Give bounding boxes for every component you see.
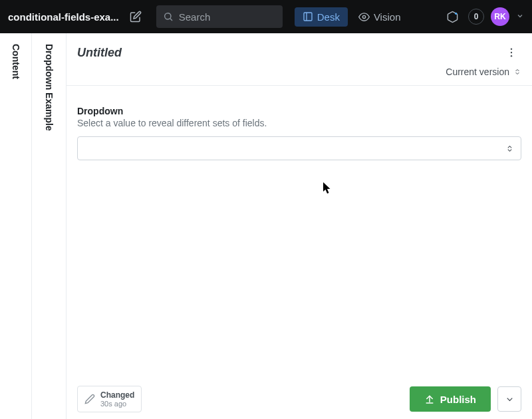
svg-point-5 [455, 12, 457, 14]
avatar[interactable]: RK [491, 7, 509, 26]
topbar: conditional-fields-exa... Desk Vision 0 … [0, 0, 532, 33]
package-icon [446, 11, 459, 23]
dropdown-field-description: Select a value to reveal different sets … [77, 118, 521, 128]
fields-area: Dropdown Select a value to reveal differ… [66, 86, 532, 180]
dropdown-field-label: Dropdown [77, 106, 521, 116]
publish-more-button[interactable] [497, 386, 521, 412]
main-pane: Untitled Current version Dropdown Select… [66, 33, 532, 419]
package-icon-button[interactable] [443, 7, 462, 26]
select-sort-icon [505, 144, 514, 153]
publish-button[interactable]: Publish [410, 386, 491, 412]
chevron-down-icon [505, 394, 515, 404]
kebab-icon [505, 47, 517, 59]
svg-point-0 [164, 13, 170, 19]
topbar-right: 0 RK [443, 7, 524, 26]
version-selector[interactable]: Current version [66, 63, 532, 86]
body: Content Dropdown Example Untitled Curren… [0, 33, 532, 419]
chevron-down-icon [516, 12, 524, 20]
document-menu-button[interactable] [501, 43, 521, 63]
nav-desk-label: Desk [317, 11, 340, 23]
svg-point-6 [511, 49, 512, 50]
document-header: Untitled [66, 33, 532, 63]
sort-icon [513, 68, 521, 76]
dropdown-field-input[interactable] [77, 136, 521, 160]
rail-document-type[interactable]: Dropdown Example [32, 33, 66, 419]
document-title: Untitled [77, 46, 122, 60]
changed-time: 30s ago [100, 400, 134, 408]
rail-document-type-label: Dropdown Example [44, 44, 55, 419]
rail-content-label: Content [11, 44, 21, 419]
changed-label: Changed [100, 390, 134, 400]
desk-icon [303, 11, 313, 22]
version-label: Current version [446, 67, 509, 77]
changed-status-chip[interactable]: Changed 30s ago [77, 386, 142, 412]
notification-badge[interactable]: 0 [468, 9, 484, 25]
workspace-title: conditional-fields-exa... [8, 11, 119, 23]
nav-desk[interactable]: Desk [295, 7, 348, 27]
svg-line-1 [170, 19, 172, 21]
publish-icon [424, 394, 435, 404]
search-icon [163, 11, 174, 22]
svg-rect-2 [304, 13, 312, 21]
search-input[interactable] [179, 11, 276, 23]
nav-vision-label: Vision [374, 11, 401, 23]
nav-group: Desk Vision [295, 7, 409, 27]
publish-button-label: Publish [440, 394, 476, 405]
nav-vision[interactable]: Vision [350, 7, 409, 27]
pencil-icon [84, 394, 95, 404]
eye-icon [358, 11, 370, 23]
rail-content[interactable]: Content [0, 33, 32, 419]
document-footer: Changed 30s ago Publish [77, 386, 521, 412]
svg-point-7 [511, 52, 512, 53]
svg-point-8 [511, 55, 512, 57]
pencil-square-icon [130, 11, 142, 23]
edit-icon-button[interactable] [124, 5, 147, 28]
search-field[interactable] [156, 5, 283, 28]
svg-point-4 [362, 15, 365, 18]
avatar-chevron[interactable] [516, 11, 524, 23]
